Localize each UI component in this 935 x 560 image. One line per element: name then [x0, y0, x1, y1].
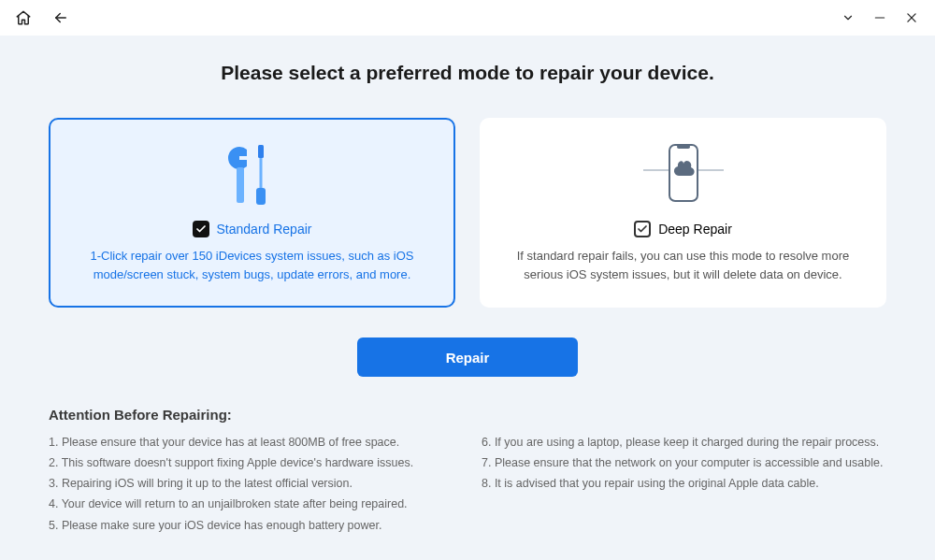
- deep-checkbox[interactable]: [634, 221, 651, 237]
- titlebar-right: [838, 7, 922, 28]
- titlebar-left: [13, 7, 71, 28]
- wrench-icon: [223, 138, 282, 211]
- attention-item: 8. It is advised that you repair using t…: [482, 475, 886, 492]
- close-icon[interactable]: [901, 7, 922, 28]
- deep-label-row: Deep Repair: [634, 221, 732, 237]
- svg-rect-6: [256, 188, 266, 205]
- attention-item: 3. Repairing iOS will bring it up to the…: [49, 475, 453, 492]
- attention-item: 7. Please ensure that the network on you…: [482, 454, 886, 471]
- attention-section: Attention Before Repairing: 1. Please en…: [49, 407, 886, 538]
- standard-label-row: Standard Repair: [193, 221, 312, 237]
- attention-col-left: 1. Please ensure that your device has at…: [49, 434, 453, 538]
- phone-icon: [641, 138, 726, 211]
- standard-checkbox[interactable]: [193, 221, 209, 237]
- back-icon[interactable]: [50, 7, 71, 28]
- svg-rect-5: [259, 158, 262, 190]
- minimize-icon[interactable]: [870, 7, 890, 28]
- repair-button[interactable]: Repair: [357, 337, 578, 377]
- standard-desc: 1-Click repair over 150 iDevices system …: [75, 247, 430, 283]
- svg-rect-10: [677, 145, 690, 149]
- attention-columns: 1. Please ensure that your device has at…: [49, 434, 886, 538]
- mode-cards: Standard Repair 1-Click repair over 150 …: [49, 118, 886, 308]
- attention-item: 6. If you are using a laptop, please kee…: [482, 434, 886, 451]
- deep-desc: If standard repair fails, you can use th…: [506, 247, 861, 283]
- deep-title: Deep Repair: [658, 222, 732, 237]
- attention-title: Attention Before Repairing:: [49, 407, 886, 423]
- attention-col-right: 6. If you are using a laptop, please kee…: [482, 434, 886, 538]
- attention-item: 4. Your device will return to an unjailb…: [49, 495, 453, 512]
- titlebar: [0, 0, 935, 36]
- attention-item: 5. Please make sure your iOS device has …: [49, 517, 453, 534]
- attention-item: 1. Please ensure that your device has at…: [49, 434, 453, 451]
- deep-repair-card[interactable]: Deep Repair If standard repair fails, yo…: [480, 118, 886, 308]
- svg-rect-4: [258, 145, 264, 158]
- page-title: Please select a preferred mode to repair…: [49, 62, 886, 84]
- chevron-down-icon[interactable]: [838, 7, 858, 28]
- svg-rect-3: [237, 167, 244, 203]
- home-icon[interactable]: [13, 7, 34, 28]
- attention-item: 2. This software doesn't support fixing …: [49, 454, 453, 471]
- main-panel: Please select a preferred mode to repair…: [0, 36, 935, 560]
- standard-repair-card[interactable]: Standard Repair 1-Click repair over 150 …: [49, 118, 455, 308]
- standard-title: Standard Repair: [217, 222, 312, 237]
